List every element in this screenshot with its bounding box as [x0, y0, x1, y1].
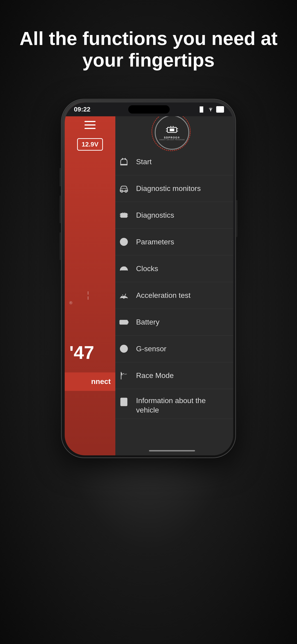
flag-icon: [118, 370, 130, 381]
signal-icon: ▐▌: [198, 106, 205, 112]
book-icon: [118, 396, 130, 408]
logo-tagline: SMART DRIVER PROGRAM: [159, 139, 185, 140]
svg-rect-17: [122, 214, 125, 216]
connect-button[interactable]: nnect: [65, 372, 115, 391]
hamburger-line-1: [84, 121, 96, 122]
svg-rect-9: [122, 158, 123, 160]
menu-item-parameters[interactable]: Parameters: [111, 229, 233, 256]
battery-status: 61: [216, 106, 224, 113]
menu-label-parameters: Parameters: [136, 238, 174, 246]
svg-point-27: [123, 268, 124, 269]
engine-logo-icon: [165, 124, 179, 135]
target-icon: [118, 343, 130, 354]
menu-item-diagnostics[interactable]: Diagnostics: [111, 202, 233, 229]
svg-rect-47: [122, 373, 123, 374]
svg-line-29: [125, 268, 126, 268]
home-bar: [149, 450, 195, 452]
bottom-number: '47: [69, 342, 94, 363]
menu-item-diagnostic-monitors[interactable]: Diagnostic monitors: [111, 175, 233, 202]
menu-label-race-mode: Race Mode: [136, 371, 174, 380]
menu-label-diagnostic-monitors: Diagnostic monitors: [136, 184, 201, 193]
menu-item-battery[interactable]: Battery: [111, 309, 233, 336]
menu-item-acceleration-test[interactable]: Acceleration test: [111, 282, 233, 309]
battery-voltage: 12.9V: [82, 141, 98, 148]
menu-label-g-sensor: G-sensor: [136, 344, 166, 353]
hamburger-line-2: [84, 124, 96, 126]
svg-rect-50: [122, 374, 123, 375]
svg-point-0: [210, 110, 211, 111]
side-drawer: 12.9V ® '47 nnect: [65, 102, 115, 455]
speedometer-icon: [118, 263, 130, 274]
wifi-icon: [208, 106, 214, 113]
svg-rect-11: [120, 164, 128, 166]
phone-frame: 09:22 ▐▌ 61: [61, 99, 236, 458]
car-plug-icon: [118, 156, 130, 168]
menu-list: Start Diagnos: [111, 148, 233, 446]
hamburger-line-3: [84, 128, 96, 129]
headline-line2: your fingertips: [82, 50, 214, 70]
svg-rect-33: [128, 321, 128, 324]
headline-line1: All the functions you need at: [20, 28, 278, 49]
status-icons: ▐▌ 61: [198, 106, 224, 113]
home-indicator: [111, 446, 233, 455]
dynamic-island: [128, 105, 170, 114]
menu-item-g-sensor[interactable]: G-sensor: [111, 336, 233, 362]
parameters-icon: [118, 236, 130, 248]
logo-brand: SDPROG®: [159, 136, 185, 139]
menu-label-clocks: Clocks: [136, 264, 158, 273]
phone-mockup: 09:22 ▐▌ 61: [61, 99, 236, 458]
power-button: [236, 200, 237, 237]
battery-widget: 12.9V: [77, 138, 103, 151]
hamburger-button[interactable]: [84, 121, 96, 129]
svg-rect-48: [124, 373, 126, 374]
svg-rect-53: [122, 400, 124, 402]
acceleration-icon: [118, 290, 130, 301]
menu-label-start: Start: [136, 158, 152, 166]
menu-label-battery: Battery: [136, 318, 159, 326]
svg-point-40: [123, 348, 125, 350]
decoration-lines: [88, 291, 88, 300]
headline: All the functions you need at your finge…: [0, 0, 297, 90]
registered-mark: ®: [69, 300, 72, 306]
menu-item-race-mode[interactable]: Race Mode: [111, 362, 233, 389]
main-menu: SDPROG® SMART DRIVER PROGRAM: [111, 102, 233, 455]
logo-container: SDPROG® SMART DRIVER PROGRAM: [155, 115, 189, 150]
logo-circle: SDPROG® SMART DRIVER PROGRAM: [155, 115, 189, 150]
connect-label: nnect: [91, 377, 111, 386]
menu-label-vehicle-info: Information about the vehicle: [136, 396, 226, 415]
menu-item-start[interactable]: Start: [111, 148, 233, 175]
svg-rect-10: [125, 158, 126, 160]
svg-line-28: [122, 268, 122, 268]
menu-label-diagnostics: Diagnostics: [136, 211, 174, 220]
svg-rect-49: [123, 374, 124, 375]
engine-icon: [118, 209, 130, 221]
battery-icon: [118, 316, 130, 328]
status-time: 09:22: [74, 106, 90, 113]
car-icon: [118, 183, 130, 194]
menu-item-vehicle-info[interactable]: Information about the vehicle: [111, 389, 233, 419]
logo-inner: SDPROG® SMART DRIVER PROGRAM: [159, 124, 185, 140]
menu-item-clocks[interactable]: Clocks: [111, 256, 233, 282]
svg-rect-2: [170, 128, 174, 131]
phone-screen: 09:22 ▐▌ 61: [65, 102, 233, 455]
menu-label-acceleration-test: Acceleration test: [136, 291, 191, 300]
battery-percent: 61: [217, 106, 223, 112]
svg-point-31: [123, 297, 124, 299]
